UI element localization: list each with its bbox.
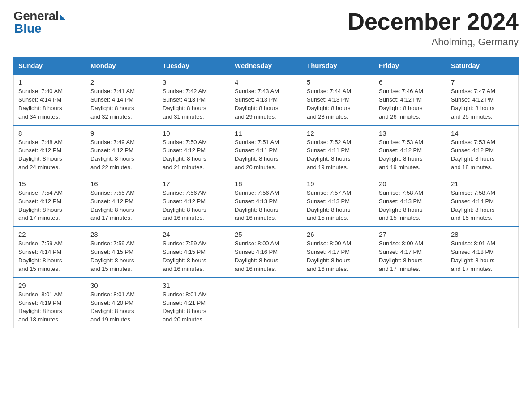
day-number: 8: [18, 129, 81, 137]
week-row-3: 15Sunrise: 7:54 AMSunset: 4:12 PMDayligh…: [14, 176, 519, 227]
day-info: Sunrise: 7:56 AMSunset: 4:13 PMDaylight:…: [235, 189, 279, 222]
header-cell-saturday: Saturday: [446, 57, 519, 75]
day-cell: 14Sunrise: 7:53 AMSunset: 4:12 PMDayligh…: [446, 125, 519, 176]
day-number: 1: [18, 78, 81, 86]
day-cell: 31Sunrise: 8:01 AMSunset: 4:21 PMDayligh…: [158, 278, 230, 328]
day-info: Sunrise: 7:50 AMSunset: 4:12 PMDaylight:…: [163, 139, 207, 171]
day-number: 27: [379, 231, 442, 238]
day-info: Sunrise: 7:47 AMSunset: 4:12 PMDaylight:…: [451, 88, 495, 120]
week-row-1: 1Sunrise: 7:40 AMSunset: 4:14 PMDaylight…: [14, 74, 519, 125]
day-info: Sunrise: 8:01 AMSunset: 4:18 PMDaylight:…: [451, 240, 495, 272]
day-cell: 17Sunrise: 7:56 AMSunset: 4:12 PMDayligh…: [158, 176, 230, 227]
day-cell: 8Sunrise: 7:48 AMSunset: 4:12 PMDaylight…: [14, 125, 86, 176]
day-info: Sunrise: 7:59 AMSunset: 4:15 PMDaylight:…: [163, 240, 207, 272]
header-cell-friday: Friday: [374, 57, 446, 75]
day-cell: 21Sunrise: 7:58 AMSunset: 4:14 PMDayligh…: [446, 176, 519, 227]
header-cell-monday: Monday: [86, 57, 158, 75]
day-cell: 23Sunrise: 7:59 AMSunset: 4:15 PMDayligh…: [86, 227, 158, 277]
title-area: December 2024 Aholming, Germany: [348, 9, 519, 48]
day-number: 25: [235, 231, 297, 238]
day-cell: 12Sunrise: 7:52 AMSunset: 4:11 PMDayligh…: [302, 125, 374, 176]
day-info: Sunrise: 7:56 AMSunset: 4:12 PMDaylight:…: [163, 189, 207, 222]
day-number: 21: [451, 180, 514, 188]
logo-blue-text: Blue: [14, 21, 42, 36]
day-cell: [302, 278, 374, 328]
day-cell: [446, 278, 519, 328]
day-number: 4: [235, 78, 297, 86]
day-info: Sunrise: 7:53 AMSunset: 4:12 PMDaylight:…: [451, 139, 495, 171]
day-cell: 13Sunrise: 7:53 AMSunset: 4:12 PMDayligh…: [374, 125, 446, 176]
day-info: Sunrise: 7:40 AMSunset: 4:14 PMDaylight:…: [18, 88, 63, 120]
day-info: Sunrise: 7:52 AMSunset: 4:11 PMDaylight:…: [307, 139, 351, 171]
day-cell: 5Sunrise: 7:44 AMSunset: 4:13 PMDaylight…: [302, 74, 374, 125]
day-number: 11: [235, 129, 297, 137]
calendar-body: 1Sunrise: 7:40 AMSunset: 4:14 PMDaylight…: [14, 74, 519, 328]
day-info: Sunrise: 7:44 AMSunset: 4:13 PMDaylight:…: [307, 88, 351, 120]
day-info: Sunrise: 8:00 AMSunset: 4:17 PMDaylight:…: [379, 240, 423, 272]
day-cell: 18Sunrise: 7:56 AMSunset: 4:13 PMDayligh…: [230, 176, 302, 227]
day-cell: 24Sunrise: 7:59 AMSunset: 4:15 PMDayligh…: [158, 227, 230, 277]
day-info: Sunrise: 7:53 AMSunset: 4:12 PMDaylight:…: [379, 139, 423, 171]
day-number: 3: [163, 78, 225, 86]
day-number: 26: [307, 231, 369, 238]
day-info: Sunrise: 8:01 AMSunset: 4:21 PMDaylight:…: [163, 291, 207, 323]
day-number: 14: [451, 129, 514, 137]
week-row-5: 29Sunrise: 8:01 AMSunset: 4:19 PMDayligh…: [14, 278, 519, 328]
day-cell: 3Sunrise: 7:42 AMSunset: 4:13 PMDaylight…: [158, 74, 230, 125]
calendar-table: SundayMondayTuesdayWednesdayThursdayFrid…: [13, 57, 519, 328]
day-cell: 15Sunrise: 7:54 AMSunset: 4:12 PMDayligh…: [14, 176, 86, 227]
day-info: Sunrise: 7:58 AMSunset: 4:13 PMDaylight:…: [379, 189, 423, 222]
day-cell: 25Sunrise: 8:00 AMSunset: 4:16 PMDayligh…: [230, 227, 302, 277]
day-info: Sunrise: 7:58 AMSunset: 4:14 PMDaylight:…: [451, 189, 495, 222]
day-cell: 22Sunrise: 7:59 AMSunset: 4:14 PMDayligh…: [14, 227, 86, 277]
day-info: Sunrise: 7:55 AMSunset: 4:12 PMDaylight:…: [90, 189, 135, 222]
day-cell: 6Sunrise: 7:46 AMSunset: 4:12 PMDaylight…: [374, 74, 446, 125]
day-cell: 30Sunrise: 8:01 AMSunset: 4:20 PMDayligh…: [86, 278, 158, 328]
calendar-header: SundayMondayTuesdayWednesdayThursdayFrid…: [14, 57, 519, 75]
day-number: 12: [307, 129, 369, 137]
day-number: 2: [90, 78, 153, 86]
header-cell-sunday: Sunday: [14, 57, 86, 75]
day-info: Sunrise: 7:43 AMSunset: 4:13 PMDaylight:…: [235, 88, 279, 120]
day-info: Sunrise: 7:48 AMSunset: 4:12 PMDaylight:…: [18, 139, 63, 171]
logo: General Blue: [13, 9, 66, 36]
day-number: 6: [379, 78, 442, 86]
day-number: 10: [163, 129, 225, 137]
day-info: Sunrise: 7:51 AMSunset: 4:11 PMDaylight:…: [235, 139, 279, 171]
day-number: 23: [90, 231, 153, 238]
header-cell-tuesday: Tuesday: [158, 57, 230, 75]
day-cell: 9Sunrise: 7:49 AMSunset: 4:12 PMDaylight…: [86, 125, 158, 176]
day-cell: 11Sunrise: 7:51 AMSunset: 4:11 PMDayligh…: [230, 125, 302, 176]
day-info: Sunrise: 7:59 AMSunset: 4:14 PMDaylight:…: [18, 240, 63, 272]
day-number: 17: [163, 180, 225, 188]
day-info: Sunrise: 7:42 AMSunset: 4:13 PMDaylight:…: [163, 88, 207, 120]
day-cell: [374, 278, 446, 328]
day-info: Sunrise: 7:54 AMSunset: 4:12 PMDaylight:…: [18, 189, 63, 222]
page-header: General Blue December 2024 Aholming, Ger…: [13, 9, 519, 48]
day-number: 20: [379, 180, 442, 188]
header-cell-wednesday: Wednesday: [230, 57, 302, 75]
day-number: 19: [307, 180, 369, 188]
week-row-2: 8Sunrise: 7:48 AMSunset: 4:12 PMDaylight…: [14, 125, 519, 176]
logo-arrow-icon: [60, 14, 66, 20]
day-info: Sunrise: 8:01 AMSunset: 4:20 PMDaylight:…: [90, 291, 135, 323]
day-number: 9: [90, 129, 153, 137]
day-info: Sunrise: 8:01 AMSunset: 4:19 PMDaylight:…: [18, 291, 63, 323]
day-number: 18: [235, 180, 297, 188]
day-cell: 16Sunrise: 7:55 AMSunset: 4:12 PMDayligh…: [86, 176, 158, 227]
day-number: 24: [163, 231, 225, 238]
day-number: 16: [90, 180, 153, 188]
location-label: Aholming, Germany: [348, 36, 519, 48]
day-info: Sunrise: 7:46 AMSunset: 4:12 PMDaylight:…: [379, 88, 423, 120]
day-info: Sunrise: 8:00 AMSunset: 4:16 PMDaylight:…: [235, 240, 279, 272]
day-number: 5: [307, 78, 369, 86]
day-cell: 29Sunrise: 8:01 AMSunset: 4:19 PMDayligh…: [14, 278, 86, 328]
day-number: 22: [18, 231, 81, 238]
day-cell: 26Sunrise: 8:00 AMSunset: 4:17 PMDayligh…: [302, 227, 374, 277]
day-info: Sunrise: 7:41 AMSunset: 4:14 PMDaylight:…: [90, 88, 135, 120]
day-number: 13: [379, 129, 442, 137]
day-number: 7: [451, 78, 514, 86]
header-row: SundayMondayTuesdayWednesdayThursdayFrid…: [14, 57, 519, 75]
day-number: 29: [18, 282, 81, 289]
day-cell: [230, 278, 302, 328]
